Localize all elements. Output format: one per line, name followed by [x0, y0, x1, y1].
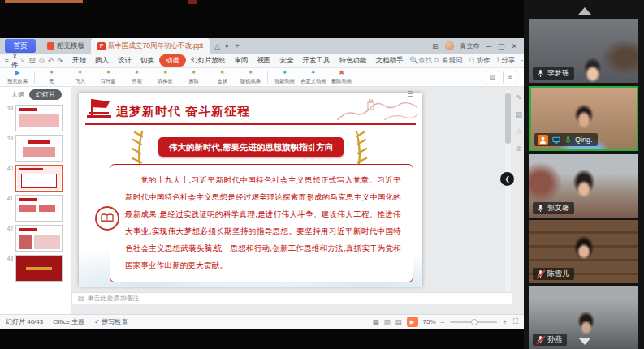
participant-name: 陈雪儿 — [547, 269, 569, 278]
anim-preset-box[interactable]: ✶盒状 — [209, 70, 236, 84]
hamburger-icon: ≡ — [5, 57, 9, 65]
zoom-level[interactable]: 75% — [423, 318, 436, 325]
sorter-view-icon[interactable]: ▥ — [384, 318, 391, 326]
scroll-up-arrow[interactable] — [578, 7, 591, 15]
save-icon[interactable]: 🖫 — [28, 57, 36, 65]
tab-slides[interactable]: 幻灯片 — [29, 89, 62, 100]
delete-animation-button[interactable]: ✖删除动画 — [328, 70, 355, 84]
layout-icon[interactable]: ▫ — [521, 57, 523, 65]
slide-thumbnail-43[interactable] — [15, 255, 63, 282]
zoom-slider[interactable] — [450, 321, 497, 323]
mic-muted-icon[interactable] — [536, 269, 545, 279]
smart-animation-button[interactable]: ✦智能动画 — [271, 70, 298, 84]
spellcheck-status[interactable]: ✓ 拼写检查 — [94, 317, 128, 326]
menu-item-start[interactable]: 开始 — [68, 54, 90, 67]
cloud-sync-icon[interactable]: △ — [214, 42, 220, 50]
participant-tile[interactable]: 郭文馨 — [529, 154, 638, 218]
canvas-scrollbar[interactable] — [505, 90, 511, 295]
slideshow-play-button[interactable]: ▶ — [407, 317, 418, 327]
slide-thumbnail-41[interactable] — [15, 195, 63, 222]
slide-thumbnail-42[interactable] — [15, 225, 63, 252]
anim-preset-flyin[interactable]: ✶飞入 — [67, 70, 93, 84]
collab-button[interactable]: ⚇ 协作 — [469, 56, 491, 66]
user-avatar[interactable] — [445, 41, 454, 50]
redo-icon[interactable]: ↷ — [57, 57, 63, 65]
ribbon-search[interactable]: 🔍查找 — [410, 56, 433, 66]
menu-item-review[interactable]: 审阅 — [231, 54, 253, 67]
menu-item-slideshow[interactable]: 幻灯片放映 — [187, 54, 230, 67]
mic-on-icon[interactable] — [536, 204, 545, 213]
slide-banner[interactable]: 伟大的新时代,需要先进的思想旗帜指引方向 — [158, 137, 344, 157]
zoom-slider-knob[interactable] — [471, 319, 478, 325]
menu-item-doc-assistant[interactable]: 文档助手 — [372, 54, 408, 67]
new-tab-button[interactable]: ＋ — [234, 41, 241, 51]
tab-current-document[interactable]: P 新中国成立70周年初心不改.ppt — [91, 38, 210, 54]
current-slide[interactable]: 追梦新时代 奋斗新征程 伟大的新时代,需要先进的思想旗帜指引方向 — [79, 93, 422, 287]
smiley-icon: ☺ — [433, 56, 440, 64]
comment-pane-toggle-icon[interactable]: ☰ — [407, 90, 413, 98]
notes-bar[interactable]: ▤ 单击此处添加备注 — [71, 292, 512, 304]
slide-thumbnail-40-selected[interactable] — [15, 165, 63, 192]
edit-icon[interactable]: ✎ — [516, 93, 521, 101]
thumbnail-row: 38 — [3, 105, 67, 131]
anim-preset-stairs[interactable]: ✶阶梯状 — [152, 70, 179, 84]
anim-preset-split[interactable]: ✶劈裂 — [123, 70, 150, 84]
scroll-down-arrow[interactable] — [578, 338, 591, 345]
properties-icon[interactable]: ▤ — [516, 110, 522, 118]
slide-body-text: 党的十九大上,习近平新时代中国特色社会主义思想正式写入党章。习近平新时代中国特色… — [125, 171, 401, 274]
print-icon[interactable]: ⎙ — [39, 56, 45, 65]
anim-preset-blinds[interactable]: ✶百叶窗 — [95, 70, 122, 84]
favorite-icon[interactable]: ☆ — [516, 127, 522, 136]
menu-item-features[interactable]: 特色功能 — [335, 54, 371, 67]
tab-dropdown-icon[interactable]: ▾ — [225, 42, 229, 50]
fit-slide-icon[interactable]: ⛶ — [513, 317, 518, 326]
file-menu[interactable]: ≡ 文件 ˅ — [5, 51, 24, 71]
animation-pane-icon[interactable]: ▧ — [486, 71, 499, 84]
meeting-panel-expand-toggle[interactable]: ❮ — [500, 172, 514, 186]
mic-muted-icon[interactable] — [536, 335, 545, 345]
help-feedback-button[interactable]: ☺ 有疑问 — [433, 56, 463, 66]
reading-view-icon[interactable]: ▤ — [395, 318, 402, 326]
participant-name: 李梦瑶 — [547, 69, 569, 78]
mic-active-icon[interactable] — [564, 135, 573, 144]
tab-docer-templates[interactable]: 稻壳模板 — [41, 40, 91, 53]
more-tools-icon[interactable]: ⊞ — [503, 71, 516, 84]
tab-outline[interactable]: 大纲 — [11, 90, 24, 99]
anim-preset-randomlines[interactable]: ✶随机线条 — [237, 70, 264, 84]
minimize-button[interactable]: ─ — [486, 42, 491, 50]
menu-item-insert[interactable]: 插入 — [91, 54, 113, 67]
participant-tile[interactable]: 李梦瑶 — [529, 19, 638, 83]
menu-item-view[interactable]: 视图 — [253, 54, 275, 67]
zoom-in-icon[interactable]: ＋ — [502, 317, 509, 327]
participant-tile-active-speaker[interactable]: Qing. — [529, 86, 638, 151]
menu-item-security[interactable]: 安全 — [276, 54, 298, 67]
maximize-button[interactable]: ▢ — [498, 42, 505, 50]
menu-item-animation-active[interactable]: 动画 — [159, 54, 186, 67]
apps-grid-icon[interactable]: ⊞ — [432, 42, 439, 50]
menu-item-transition[interactable]: 切换 — [136, 54, 158, 67]
slide-body-box[interactable]: 党的十九大上,习近平新时代中国特色社会主义思想正式写入党章。习近平新时代中国特色… — [110, 164, 413, 282]
thumbnail-row: 39 — [3, 135, 67, 162]
anim-preset-wipe[interactable]: ✶擦除 — [180, 70, 207, 84]
search-icon: 🔍 — [410, 56, 419, 64]
anim-preset-none[interactable]: ✶无 — [38, 70, 65, 84]
thumbnail-row: 40 — [3, 165, 67, 192]
preview-effect-button[interactable]: ▶ 预览效果 — [4, 70, 31, 84]
close-button[interactable]: ✕ — [511, 42, 517, 50]
add-tool-icon[interactable]: ⊕ — [516, 144, 521, 153]
menu-item-devtools[interactable]: 开发工具 — [299, 54, 335, 67]
slide-thumbnail-39[interactable] — [15, 135, 63, 162]
menu-item-design[interactable]: 设计 — [114, 54, 136, 67]
participant-tile[interactable]: 陈雪儿 — [529, 220, 638, 283]
normal-view-icon[interactable]: ▦ — [372, 318, 378, 326]
preview-play-icon: ▶ — [15, 70, 19, 77]
scrollbar-thumb[interactable] — [505, 93, 511, 144]
slide-thumbnail-38[interactable] — [15, 105, 63, 131]
zoom-out-icon[interactable]: − — [441, 318, 445, 326]
mic-on-icon[interactable] — [536, 69, 545, 79]
background-window-dot — [188, 0, 197, 4]
undo-icon[interactable]: ↶ — [48, 57, 54, 65]
slide-title[interactable]: 追梦新时代 奋斗新征程 — [116, 104, 250, 119]
share-button[interactable]: ⤴ 分享 — [496, 56, 516, 66]
custom-animation-button[interactable]: ✦自定义动画 — [300, 70, 326, 84]
